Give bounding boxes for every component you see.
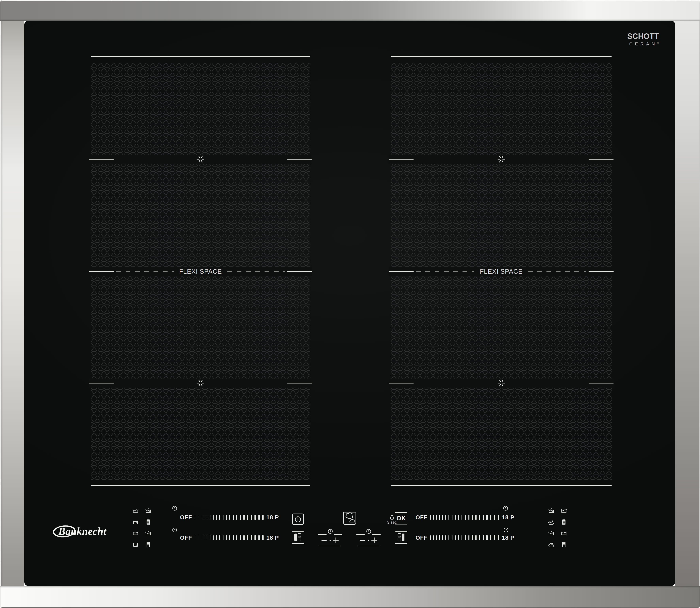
zone-center-asterisk-icon [497,155,505,163]
zone-right-rear-marker-row[interactable] [389,155,614,164]
keep-warm-icon [145,519,151,525]
timer-clock-icon [503,528,509,533]
function-icons-left [132,508,151,547]
frying-icon [548,542,554,547]
keep-warm-icon [561,542,567,547]
slider-off-label[interactable]: OFF [416,514,427,521]
chef-functions-button[interactable] [343,512,356,525]
zone-edge-line [389,383,414,383]
cooking-zone-right[interactable]: FLEXI SPACE [391,55,612,488]
zone-left-bottom-line [91,485,310,486]
separator-line [395,531,407,532]
timer-line [334,534,343,535]
timer-plus-button[interactable] [333,538,338,543]
zone-edge-line [389,159,414,159]
simmering-icon [132,519,139,525]
divider-edge-line [287,271,312,272]
separator-line [292,543,304,544]
combine-zones-right-button[interactable] [395,531,407,544]
ceran-logo-text: CERAN® [625,41,662,46]
timer-line [356,534,365,535]
melting-icon [561,531,567,536]
zone-left-top-line [91,56,310,57]
slider-off-label[interactable]: OFF [416,534,427,541]
divider-dashes [227,271,285,272]
zone-edge-line [287,383,312,383]
boiling-icon [548,531,554,536]
frame-top-edge [0,0,700,21]
slider-off-label[interactable]: OFF [180,534,192,541]
divider-dashes [116,271,174,272]
flexi-space-label: FLEXI SPACE [478,268,524,275]
keep-warm-icon [561,519,567,525]
timer-clock-icon [366,529,371,534]
combine-zones-left-button[interactable] [292,531,304,544]
zone-edge-line [589,159,614,159]
slider-off-label[interactable]: OFF [180,514,192,521]
timer-clock-icon [172,506,177,511]
melting-icon [132,508,139,514]
slider-max-label[interactable]: 18 P [266,534,279,541]
timer-plus-button[interactable] [372,538,377,543]
registered-mark: ® [657,42,659,44]
ceran-glass-surface: SCHOTT CERAN® FLEXI SPACE [24,21,675,586]
timer-clock-icon [503,506,508,511]
power-slider-right-rear[interactable]: OFF 18 P [416,513,515,522]
divider-edge-line [389,271,414,272]
slider-max-label[interactable]: 18 P [502,534,515,541]
stainless-steel-frame: SCHOTT CERAN® FLEXI SPACE [0,0,700,608]
slider-tick-scale[interactable] [195,515,263,520]
combine-zones-left-icon [294,533,301,541]
function-icons-right [548,508,567,547]
zone-edge-line [89,159,114,159]
zone-edge-line [287,159,312,159]
flexi-space-label: FLEXI SPACE [177,268,224,275]
frame-bottom-edge [0,586,700,608]
slider-max-label[interactable]: 18 P [266,514,279,521]
zone-center-asterisk-icon [497,379,505,387]
bauknecht-logo: Bauknecht [52,523,111,540]
slider-max-label[interactable]: 18 P [502,514,515,521]
divider-dashes [416,271,474,272]
slider-tick-scale[interactable] [195,535,263,540]
power-slider-right-front[interactable]: OFF 18 P [416,533,515,542]
zone-edge-line [589,383,614,383]
zone-left-front-marker-row[interactable] [89,379,312,387]
separator-line [395,512,407,513]
timer-minus-button[interactable] [360,540,365,541]
divider-edge-line [589,271,614,272]
schott-logo-text: SCHOTT [626,32,660,41]
divider-edge-line [89,271,114,272]
frying-icon [548,519,554,525]
divider-dashes [528,271,586,272]
melting-icon [561,508,567,514]
flexi-space-divider-left: FLEXI SPACE [89,267,312,276]
power-slider-left-front[interactable]: OFF 18 P [180,533,279,542]
simmering-icon [132,542,139,547]
power-slider-left-rear[interactable]: OFF 18 P [180,513,279,522]
timer-line [318,534,327,535]
keep-warm-icon [145,542,151,547]
zone-center-asterisk-icon [197,155,204,163]
zone-edge-line [89,383,114,383]
timer-clock-icon [328,529,333,534]
boiling-icon [548,508,554,514]
timer-control-left[interactable] [318,529,343,547]
boiling-icon [145,531,151,536]
slider-tick-scale[interactable] [430,535,499,540]
power-button[interactable] [292,513,304,525]
ok-button[interactable]: OK [395,512,407,525]
slider-tick-scale[interactable] [430,515,499,520]
timer-dot [330,540,331,541]
timer-minus-button[interactable] [321,540,327,541]
zone-right-top-line [391,56,612,57]
combine-zones-right-icon [398,533,405,541]
zone-center-asterisk-icon [197,379,204,387]
melting-icon [132,531,139,536]
cooking-zone-left[interactable]: FLEXI SPACE [91,55,310,488]
zone-right-front-marker-row[interactable] [389,379,614,387]
zone-right-bottom-line [391,485,612,486]
timer-control-right[interactable] [356,529,381,547]
zone-left-rear-marker-row[interactable] [89,155,312,164]
lock-icon [390,515,394,520]
